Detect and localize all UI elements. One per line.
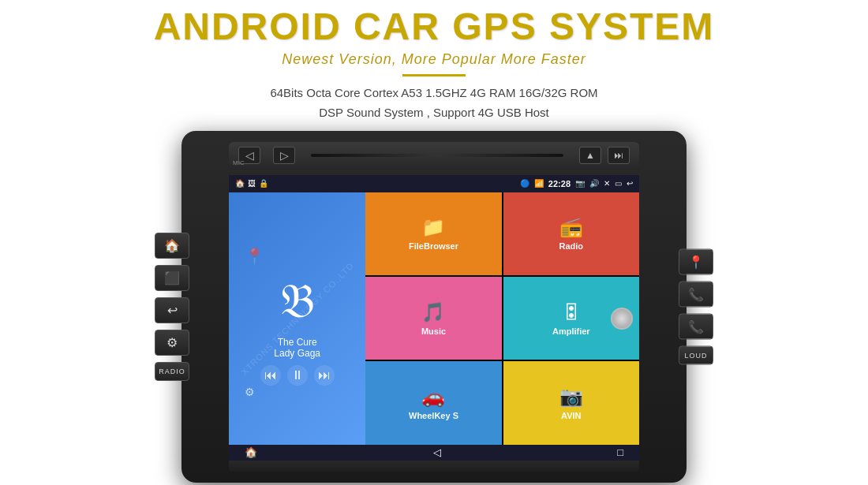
song-name: Lady Gaga xyxy=(274,348,320,359)
avin-tile[interactable]: 📷 AVIN xyxy=(503,361,639,444)
hangup-side-button[interactable]: 📞 xyxy=(679,313,713,339)
device-container: 🏠 ⬛ ↩ ⚙ RADIO MIC ◁ ▷ ▲ xyxy=(158,131,710,483)
prev-track-button[interactable]: ⏮ xyxy=(260,365,281,386)
music-label: Music xyxy=(421,326,446,336)
android-status-bar: 🏠 🖼 🔒 🔵 📶 22:28 📷 🔊 ✕ ▭ ↩ xyxy=(229,175,639,192)
page-container: ANDROID CAR GPS SYSTEM Newest Version, M… xyxy=(0,0,868,485)
avin-label: AVIN xyxy=(561,411,581,420)
android-nav-bar: 🏠 ◁ □ xyxy=(229,445,639,461)
skip-button[interactable]: ⏭ xyxy=(608,147,630,164)
settings-side-button[interactable]: ⚙ xyxy=(155,330,189,356)
play-pause-button[interactable]: ⏸ xyxy=(287,365,308,386)
right-bracket: 📍 📞 📞 LOUD xyxy=(673,248,716,364)
wifi-status-icon: 📶 xyxy=(534,179,544,188)
home-side-button[interactable]: 🏠 xyxy=(155,233,189,259)
top-control-bar: ◁ ▷ ▲ ⏭ xyxy=(229,142,639,169)
call-side-button[interactable]: 📞 xyxy=(679,281,713,307)
music-controls: ⏮ ⏸ ⏭ xyxy=(260,365,335,386)
bluetooth-status-icon: 🔵 xyxy=(520,179,529,188)
x-status-icon: ✕ xyxy=(604,179,610,188)
battery-status-icon: ▭ xyxy=(615,179,622,188)
amplifier-knob[interactable] xyxy=(611,308,633,330)
radio-side-button[interactable]: RADIO xyxy=(155,362,189,381)
nav-side-button[interactable]: 📍 xyxy=(679,248,713,274)
amplifier-label: Amplifier xyxy=(552,326,590,336)
radio-label: Radio xyxy=(559,241,584,251)
specs-text: 64Bits Octa Core Cortex A53 1.5GHZ 4G RA… xyxy=(0,83,868,123)
android-home-icon[interactable]: 🏠 xyxy=(245,446,257,458)
volume-status-icon: 🔊 xyxy=(589,179,599,188)
filebrowser-tile[interactable]: 📁 FileBrowser xyxy=(365,192,501,275)
loud-side-button[interactable]: LOUD xyxy=(679,345,713,364)
eq-settings-icon[interactable]: ⚙ xyxy=(245,386,255,398)
status-time: 22:28 xyxy=(548,179,571,188)
amplifier-tile[interactable]: 🎛 Amplifier xyxy=(503,277,639,360)
back-side-button[interactable]: ⬛ xyxy=(155,265,189,291)
status-bar-right: 🔵 📶 22:28 📷 🔊 ✕ ▭ ↩ xyxy=(520,179,633,188)
top-bar-right: ▲ ⏭ xyxy=(579,147,630,164)
subtitle: Newest Version, More Popular More Faster xyxy=(0,51,868,68)
return-side-button[interactable]: ↩ xyxy=(155,297,189,323)
home-status-icon: 🏠 xyxy=(235,179,245,188)
main-title: ANDROID CAR GPS SYSTEM xyxy=(0,6,868,48)
location-icon: 📍 xyxy=(245,247,264,266)
camera-status-icon: 📷 xyxy=(575,179,585,188)
right-app-panels: 📁 FileBrowser 📻 Radio 🎵 M xyxy=(365,192,639,445)
spec-line2: DSP Sound System , Support 4G USB Host xyxy=(0,103,868,123)
left-bracket: 🏠 ⬛ ↩ ⚙ RADIO xyxy=(152,233,195,381)
gold-divider xyxy=(402,74,466,76)
radio-tile[interactable]: 📻 Radio xyxy=(503,192,639,275)
back-status-icon: ↩ xyxy=(627,179,633,188)
device-bottom-bar xyxy=(229,461,639,472)
lock-status-icon: 🔒 xyxy=(259,179,268,188)
wheelkey-label: WheelKey S xyxy=(409,411,458,420)
amplifier-icon: 🎛 xyxy=(562,301,581,323)
next-track-button[interactable]: ⏭ xyxy=(314,365,335,386)
cd-slot xyxy=(311,154,563,157)
device-body: MIC ◁ ▷ ▲ ⏭ xyxy=(181,131,687,483)
header-section: ANDROID CAR GPS SYSTEM Newest Version, M… xyxy=(0,0,868,123)
music-icon: 🎵 xyxy=(421,301,445,323)
avin-icon: 📷 xyxy=(559,386,583,408)
wheelkey-icon: 🚗 xyxy=(421,386,445,408)
android-back-icon[interactable]: ◁ xyxy=(433,446,441,458)
app-grid-area: XTRONS TECHNOLOGY CO.,LTD 📍 𝔅 The Cure L… xyxy=(229,192,639,445)
top-bar-left: ◁ ▷ xyxy=(238,147,295,164)
eject-button[interactable]: ▲ xyxy=(579,147,601,164)
music-tile[interactable]: 🎵 Music xyxy=(365,277,501,360)
bluetooth-panel: XTRONS TECHNOLOGY CO.,LTD 📍 𝔅 The Cure L… xyxy=(229,192,365,445)
mic-label: MIC xyxy=(233,159,245,166)
screen-wrapper: 🏠 🖼 🔒 🔵 📶 22:28 📷 🔊 ✕ ▭ ↩ xyxy=(229,175,639,461)
filebrowser-label: FileBrowser xyxy=(409,241,458,251)
status-bar-left: 🏠 🖼 🔒 xyxy=(235,179,268,188)
radio-icon: 📻 xyxy=(559,216,583,238)
android-recents-icon[interactable]: □ xyxy=(617,446,623,458)
next-button[interactable]: ▷ xyxy=(273,147,295,164)
spec-line1: 64Bits Octa Core Cortex A53 1.5GHZ 4G RA… xyxy=(0,83,868,103)
wheelkey-tile[interactable]: 🚗 WheelKey S xyxy=(365,361,501,444)
filebrowser-icon: 📁 xyxy=(421,216,445,238)
image-status-icon: 🖼 xyxy=(248,179,256,188)
